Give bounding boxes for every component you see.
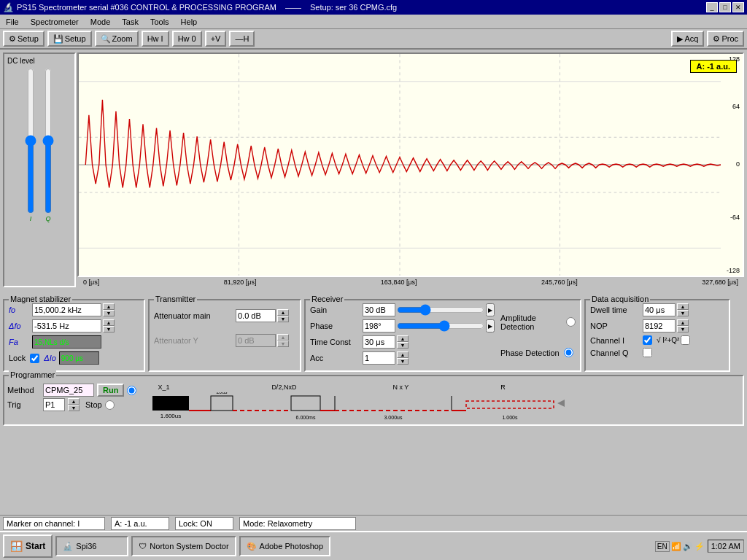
acc-input[interactable]: 1 <box>363 351 395 365</box>
menu-spectrometer[interactable]: Spectrometer <box>28 17 82 27</box>
dwell-up[interactable]: ▲ <box>677 303 689 310</box>
x-label-4: 327,680 [μs] <box>702 279 738 286</box>
gain-max-btn[interactable]: ▶ <box>486 303 495 316</box>
nop-label: NOP <box>590 322 641 330</box>
dwell-row: Dwell time 40 μs ▲ ▼ <box>590 303 724 316</box>
nop-down[interactable]: ▼ <box>677 326 689 332</box>
d2-block <box>211 396 233 411</box>
menu-mode[interactable]: Mode <box>88 17 114 27</box>
taskbar-photoshop[interactable]: 🎨 Adobe Photoshop <box>239 536 330 556</box>
menu-task[interactable]: Task <box>119 17 142 27</box>
run-button[interactable]: Run <box>97 384 124 397</box>
menu-file[interactable]: File <box>3 17 22 27</box>
fo-up[interactable]: ▲ <box>103 303 115 310</box>
minimize-button[interactable]: _ <box>706 2 718 12</box>
time-const-input[interactable]: 30 μs <box>363 335 395 349</box>
trig-up[interactable]: ▲ <box>68 398 80 405</box>
receiver-right: Amplitude Detection Phase Detection <box>500 303 576 368</box>
chart-display: 128 64 0 -64 -128 A: -1 a.u. <box>77 52 744 277</box>
taskbar-spi36[interactable]: 🔬 Spi36 <box>55 536 128 556</box>
formula-checkbox[interactable] <box>681 335 690 345</box>
gain-input[interactable]: 30 dB <box>363 303 395 316</box>
phase-input[interactable]: 198° <box>363 319 395 332</box>
h-label: —H <box>235 34 249 43</box>
acc-up[interactable]: ▲ <box>397 351 409 358</box>
transmitter-title: Transmitter <box>154 295 197 303</box>
h-button[interactable]: —H <box>229 31 255 47</box>
maximize-button[interactable]: □ <box>719 2 731 12</box>
close-button[interactable]: ✕ <box>732 2 744 12</box>
channel-q-row: Channel Q <box>590 348 724 357</box>
gain-row: Gain 30 dB ▶ <box>310 303 495 316</box>
r-label-top: R <box>473 384 532 391</box>
dc-level-panel: DC level I Q <box>3 52 76 287</box>
time-const-down[interactable]: ▼ <box>397 342 409 349</box>
gain-slider[interactable] <box>397 304 484 316</box>
dfo-input[interactable]: -531.5 Hz <box>32 319 101 332</box>
phase-slider[interactable] <box>397 320 484 332</box>
time-const-up[interactable]: ▲ <box>397 335 409 342</box>
v-button[interactable]: +V <box>205 31 227 47</box>
fo-input[interactable]: 15,000.2 kHz <box>32 303 101 316</box>
lock-checkbox[interactable] <box>30 354 39 363</box>
dfo-up[interactable]: ▲ <box>103 319 115 326</box>
formula-label: √ I²+Q² <box>657 336 679 344</box>
dfo-down[interactable]: ▼ <box>103 326 115 332</box>
fo-down[interactable]: ▼ <box>103 310 115 316</box>
photoshop-icon: 🎨 <box>247 542 257 551</box>
att-main-input[interactable]: 0.0 dB <box>236 309 276 322</box>
dwell-down[interactable]: ▼ <box>677 310 689 316</box>
nop-up[interactable]: ▲ <box>677 319 689 326</box>
menu-tools[interactable]: Tools <box>147 17 172 27</box>
fa-input[interactable]: 15,NLs d/s <box>32 335 101 349</box>
start-label: Start <box>26 541 45 551</box>
dwell-input[interactable]: 40 μs <box>643 303 676 316</box>
att-main-up[interactable]: ▲ <box>277 309 289 316</box>
fa-label: Fa <box>9 338 31 346</box>
method-row: Method CPMG_25 Run <box>7 384 136 397</box>
fo-spin: ▲ ▼ <box>103 303 115 316</box>
setup1-icon: ⚙ <box>9 34 16 44</box>
dio-input[interactable]: 900 μs <box>59 351 99 365</box>
att-main-down[interactable]: ▼ <box>277 316 289 322</box>
prog-radio-1[interactable] <box>127 386 136 395</box>
tray-icon-3: ⚡ <box>694 542 705 551</box>
zoom-button[interactable]: 🔍 Zoom <box>95 31 139 47</box>
title-bar: 🔬 PS15 Spectrometer serial #036 CONTROL … <box>0 0 747 15</box>
amplitude-detection-radio[interactable] <box>566 317 576 327</box>
acq-label: Acq <box>684 34 698 43</box>
phase-max-btn[interactable]: ▶ <box>486 319 495 332</box>
menu-help[interactable]: Help <box>178 17 201 27</box>
acq-button[interactable]: ▶ Acq <box>671 31 704 47</box>
dfo-label: Δfo <box>9 322 31 330</box>
trig-input[interactable]: P1 <box>43 398 65 411</box>
app-icon: 🔬 <box>3 2 14 12</box>
setup1-button[interactable]: ⚙ Setup <box>3 31 44 47</box>
dc-level-title: DC level <box>7 57 71 65</box>
taskbar-right: EN 📶 🔊 ⚡ 1:02 AM <box>655 540 744 553</box>
channel-i-checkbox[interactable] <box>643 335 652 345</box>
norton-label: Norton System Doctor <box>150 542 228 551</box>
slider-i[interactable] <box>23 68 38 214</box>
start-button[interactable]: 🪟 Start <box>3 534 53 558</box>
fo-row: fo 15,000.2 kHz ▲ ▼ <box>9 303 139 316</box>
nop-input[interactable]: 8192 <box>643 319 676 332</box>
hw-0-button[interactable]: Hw 0 <box>172 31 202 47</box>
d2nxd-label-top: D/2,NxD <box>240 384 328 391</box>
proc-button[interactable]: ⚙ Proc <box>707 31 744 47</box>
method-input[interactable]: CPMG_25 <box>43 384 94 397</box>
prog-radio-2[interactable] <box>105 400 115 410</box>
hw-i-button[interactable]: Hw I <box>142 31 169 47</box>
phase-detection-radio[interactable] <box>564 348 573 357</box>
att-y-spin: ▲ ▼ <box>277 334 289 347</box>
setup2-button[interactable]: 💾 Setup <box>47 31 92 47</box>
trig-down[interactable]: ▼ <box>68 405 80 411</box>
channel-q-checkbox[interactable] <box>643 348 652 357</box>
spi36-icon: 🔬 <box>63 542 73 551</box>
slider-q[interactable] <box>41 68 55 214</box>
receiver-panel: Receiver Gain 30 dB ▶ Phase 198° ▶ Time … <box>304 299 581 372</box>
taskbar-norton[interactable]: 🛡 Norton System Doctor <box>131 536 236 556</box>
acc-down[interactable]: ▼ <box>397 358 409 365</box>
setup2-label: Setup <box>65 34 86 43</box>
phase-detection-label: Phase Detection <box>500 349 560 357</box>
